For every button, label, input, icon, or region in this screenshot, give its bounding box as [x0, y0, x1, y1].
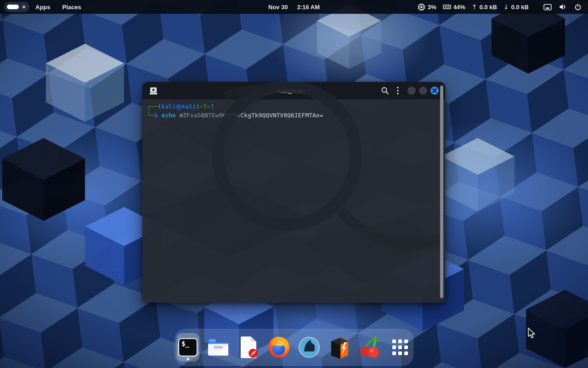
running-indicator-dot	[187, 358, 189, 360]
prompt-host: kali	[182, 103, 196, 110]
dock-item-firefox[interactable]	[267, 333, 290, 362]
document-pencil-icon	[239, 336, 258, 359]
terminal-window: kali@kali: ~	[142, 82, 445, 303]
maximize-button[interactable]	[419, 86, 427, 95]
system-status-area[interactable]	[543, 2, 582, 12]
new-tab-icon	[149, 86, 158, 95]
top-panel: Apps Places Nov 30 2:16 AM 3%	[0, 0, 588, 14]
clock-time: 2:16 AM	[297, 4, 320, 11]
memory-icon	[443, 3, 451, 11]
net-up-value: 0.0 kB	[480, 4, 497, 11]
search-button[interactable]	[379, 85, 391, 97]
memory-indicator: 44%	[443, 3, 465, 11]
new-tab-button[interactable]	[147, 85, 160, 97]
dock-item-wireshark[interactable]	[298, 333, 321, 362]
dock-item-file-manager[interactable]	[207, 333, 230, 362]
burp-cube-bolt-icon	[329, 336, 350, 359]
prompt-mid: )-[	[196, 103, 207, 110]
clock[interactable]: Nov 30 2:16 AM	[268, 0, 320, 14]
desktop: Apps Places Nov 30 2:16 AM 3%	[0, 0, 588, 368]
workspace-inactive-dot[interactable]	[23, 6, 25, 8]
command-argument: a2FsaSBBTEw9KEFMTCkgTk9QQVNTV0Q6IEFMTAo=	[179, 112, 323, 119]
dock: $_	[175, 329, 413, 366]
down-arrow-icon: ↓	[503, 3, 509, 11]
net-up-indicator: ↑ 0.0 kB	[472, 3, 497, 11]
firefox-icon	[268, 337, 289, 358]
minimize-button[interactable]	[407, 86, 416, 95]
dock-item-terminal[interactable]: $_	[176, 333, 199, 362]
dock-item-text-editor[interactable]	[237, 333, 260, 362]
cpu-value: 3%	[428, 4, 436, 11]
menu-button[interactable]	[395, 85, 401, 97]
terminal-titlebar[interactable]: kali@kali: ~	[142, 82, 445, 99]
workspace-switcher[interactable]	[4, 2, 29, 12]
kebab-menu-icon	[396, 86, 399, 95]
prompt-box-open: ┌──(	[147, 103, 161, 110]
prompt-box-bottom: └─	[147, 112, 154, 119]
cpu-chip-icon	[418, 3, 425, 11]
cpu-indicator: 3%	[418, 3, 436, 11]
terminal-scrollbar[interactable]	[440, 86, 443, 298]
firefox-flame	[270, 337, 288, 346]
window-controls	[407, 86, 439, 95]
cherries-icon	[359, 336, 380, 358]
places-menu-button[interactable]: Places	[57, 0, 87, 14]
apps-menu-button[interactable]: Apps	[29, 0, 57, 14]
net-down-indicator: ↓ 0.0 kB	[503, 3, 529, 11]
prompt-at-symbol: ㉿	[176, 103, 182, 110]
screen-icon[interactable]	[543, 3, 553, 12]
close-icon	[432, 88, 437, 93]
panel-indicators: 3% 44% ↑ 0.0 kB ↓ 0.0 kB	[411, 2, 588, 12]
app-grid-icon	[392, 339, 408, 355]
dock-item-show-apps[interactable]	[389, 333, 412, 362]
prompt-box-close: ]	[210, 103, 214, 110]
volume-icon[interactable]	[558, 2, 568, 12]
wireshark-fin-icon	[299, 337, 320, 358]
close-button[interactable]	[430, 86, 439, 95]
power-icon[interactable]	[573, 2, 582, 12]
kali-terminal-icon: $_	[178, 338, 198, 356]
terminal-output: ┌──(kali㉿kali)-[~] └─$ echo a2FsaSBBTEw9…	[142, 99, 445, 120]
command-echo: echo	[158, 112, 179, 119]
net-down-value: 0.0 kB	[511, 4, 529, 11]
prompt-user: kali	[161, 103, 175, 110]
workspace-active-pill[interactable]	[7, 5, 19, 9]
memory-value: 44%	[453, 4, 465, 11]
terminal-icon-text: $_	[181, 340, 189, 347]
terminal-body[interactable]: ┌──(kali㉿kali)-[~] └─$ echo a2FsaSBBTEw9…	[142, 99, 445, 303]
dock-item-burpsuite[interactable]	[328, 333, 351, 362]
clock-date: Nov 30	[268, 4, 288, 11]
search-icon	[381, 86, 389, 95]
folder-icon	[207, 338, 229, 356]
up-arrow-icon: ↑	[472, 3, 477, 11]
dock-item-cherrytree[interactable]	[358, 333, 381, 362]
window-title: kali@kali: ~	[277, 87, 311, 94]
